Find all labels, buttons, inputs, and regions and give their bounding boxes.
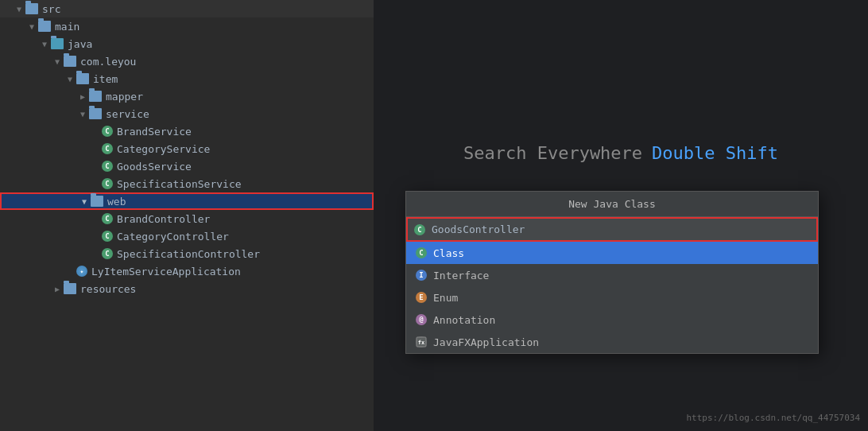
tree-item-categorycontroller[interactable]: C CategoryController bbox=[0, 227, 374, 245]
tree-item-brandservice[interactable]: C BrandService bbox=[0, 122, 374, 140]
tree-item-src[interactable]: src bbox=[0, 0, 374, 17]
arrow-mapper bbox=[76, 92, 89, 101]
tree-item-service[interactable]: service bbox=[0, 105, 374, 122]
tree-item-specificationservice[interactable]: C SpecificationService bbox=[0, 175, 374, 192]
option-interface[interactable]: I Interface bbox=[406, 264, 818, 286]
class-icon-categoryservice: C bbox=[102, 143, 113, 154]
option-class[interactable]: C Class bbox=[406, 242, 818, 264]
label-com-leyou: com.leyou bbox=[80, 56, 136, 68]
svg-text:fx: fx bbox=[418, 340, 425, 346]
folder-icon-mapper bbox=[89, 91, 102, 102]
folder-icon-java bbox=[51, 38, 64, 49]
label-item: item bbox=[93, 73, 118, 85]
label-specificationservice: SpecificationService bbox=[117, 178, 242, 190]
option-label-annotation: Annotation bbox=[433, 314, 495, 326]
option-icon-class: C bbox=[416, 247, 427, 258]
class-icon-categorycontroller: C bbox=[102, 231, 113, 242]
option-label-enum: Enum bbox=[433, 292, 458, 304]
arrow-service bbox=[76, 110, 89, 118]
double-shift-label: Double Shift bbox=[652, 143, 778, 163]
label-brandservice: BrandService bbox=[117, 126, 192, 138]
option-icon-enum: E bbox=[416, 292, 427, 303]
label-main: main bbox=[55, 21, 79, 33]
label-src: src bbox=[42, 3, 60, 15]
option-label-javafx: JavaFXApplication bbox=[433, 336, 539, 348]
label-resources: resources bbox=[80, 283, 136, 295]
option-annotation[interactable]: @ Annotation bbox=[406, 309, 818, 331]
dialog-class-icon: C bbox=[414, 224, 425, 235]
label-java: java bbox=[68, 38, 92, 50]
tree-item-resources[interactable]: resources bbox=[0, 280, 374, 297]
folder-icon-resources bbox=[64, 283, 76, 294]
folder-icon-src bbox=[25, 3, 38, 14]
new-class-input[interactable] bbox=[432, 223, 810, 235]
tree-item-lyitemserviceapp[interactable]: ✦ LyItemServiceApplication bbox=[0, 262, 374, 280]
new-java-class-dialog: New Java Class C C Class I Interface E E… bbox=[405, 191, 819, 354]
dialog-title: New Java Class bbox=[406, 192, 818, 217]
arrow-com-leyou bbox=[51, 57, 64, 66]
option-javafx[interactable]: fx JavaFXApplication bbox=[406, 331, 818, 353]
label-goodsservice: GoodsService bbox=[117, 161, 192, 173]
tree-item-main[interactable]: main bbox=[0, 17, 374, 35]
file-tree: src main java com.leyou item mapper bbox=[0, 0, 374, 431]
label-brandcontroller: BrandController bbox=[117, 213, 210, 225]
search-everywhere-hint: Search Everywhere Double Shift bbox=[463, 143, 778, 163]
class-icon-goodsservice: C bbox=[102, 161, 113, 172]
tree-item-java[interactable]: java bbox=[0, 35, 374, 52]
folder-icon-main bbox=[38, 21, 51, 32]
option-enum[interactable]: E Enum bbox=[406, 286, 818, 309]
tree-item-com-leyou[interactable]: com.leyou bbox=[0, 52, 374, 70]
arrow-item bbox=[64, 75, 76, 83]
folder-icon-service bbox=[89, 108, 102, 119]
tree-item-specificationcontroller[interactable]: C SpecificationController bbox=[0, 245, 374, 262]
tree-item-mapper[interactable]: mapper bbox=[0, 87, 374, 105]
label-service: service bbox=[106, 108, 149, 120]
tree-item-web[interactable]: web bbox=[0, 192, 374, 210]
class-icon-lyitemserviceapp: ✦ bbox=[76, 266, 87, 277]
class-icon-specificationcontroller: C bbox=[102, 248, 113, 259]
tree-item-item[interactable]: item bbox=[0, 70, 374, 87]
label-web: web bbox=[107, 196, 126, 208]
label-specificationcontroller: SpecificationController bbox=[117, 248, 260, 260]
option-icon-javafx: fx bbox=[416, 336, 427, 348]
tree-item-goodsservice[interactable]: C GoodsService bbox=[0, 157, 374, 175]
option-icon-annotation: @ bbox=[416, 314, 427, 325]
arrow-main bbox=[25, 22, 38, 31]
option-label-interface: Interface bbox=[433, 270, 489, 282]
folder-icon-item bbox=[76, 73, 89, 84]
arrow-src bbox=[13, 5, 25, 14]
label-lyitemserviceapp: LyItemServiceApplication bbox=[91, 266, 241, 278]
tree-item-brandcontroller[interactable]: C BrandController bbox=[0, 210, 374, 227]
option-icon-interface: I bbox=[416, 270, 427, 281]
class-icon-brandcontroller: C bbox=[102, 213, 113, 224]
class-icon-brandservice: C bbox=[102, 126, 113, 137]
arrow-java bbox=[38, 40, 51, 49]
dialog-input-row[interactable]: C bbox=[406, 217, 818, 242]
watermark: https://blog.csdn.net/qq_44757034 bbox=[686, 413, 860, 423]
search-everywhere-label: Search Everywhere bbox=[463, 143, 642, 163]
dialog-options-list: C Class I Interface E Enum @ Annotation … bbox=[406, 242, 818, 353]
label-categoryservice: CategoryService bbox=[117, 143, 210, 155]
folder-icon-web bbox=[91, 196, 103, 207]
arrow-web bbox=[78, 197, 91, 206]
tree-item-categoryservice[interactable]: C CategoryService bbox=[0, 140, 374, 157]
label-mapper: mapper bbox=[106, 91, 143, 103]
option-label-class: Class bbox=[433, 247, 464, 259]
right-panel: Search Everywhere Double Shift New Java … bbox=[374, 0, 868, 431]
folder-icon-com-leyou bbox=[64, 56, 76, 67]
arrow-resources bbox=[51, 285, 64, 293]
label-categorycontroller: CategoryController bbox=[117, 231, 229, 243]
class-icon-specificationservice: C bbox=[102, 178, 113, 189]
